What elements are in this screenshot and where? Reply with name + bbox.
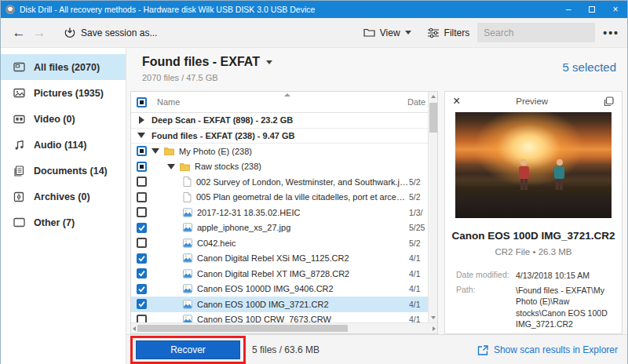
vertical-scrollbar[interactable] [428, 92, 437, 322]
sidebar-item-video[interactable]: Video (0) [1, 106, 126, 132]
file-date: 4/1 [409, 269, 428, 278]
file-row[interactable]: Deep Scan - EXFAT (898) - 23.2 GB [131, 113, 428, 129]
window-title: Disk Drill - All recovery methods - Hard… [20, 5, 557, 14]
maximize-button[interactable] [580, 1, 604, 18]
file-name: Found files - EXFAT (238) - 9.47 GB [152, 131, 295, 140]
row-checkbox[interactable] [137, 223, 147, 233]
close-button[interactable]: × [604, 1, 627, 18]
preview-close-button[interactable]: × [453, 95, 460, 107]
page-title: Found files - EXFAT [142, 55, 260, 69]
file-name: 002 Survey of London, Westminster, and S… [196, 177, 409, 187]
horizontal-scroll-thumb[interactable] [137, 325, 348, 332]
file-row[interactable]: Canon EOS 10D CRW_7673.CRW4/1 [131, 312, 428, 323]
sidebar-item-archives[interactable]: Archives (0) [1, 184, 126, 209]
forward-button: → [29, 25, 49, 41]
list-header: Name Date [131, 92, 437, 113]
file-row[interactable]: My Photo (E) (238) [131, 144, 428, 159]
search-input[interactable] [477, 23, 595, 42]
minimize-button[interactable]: – [557, 1, 580, 18]
row-checkbox[interactable] [137, 162, 147, 172]
recover-button[interactable]: Recover [136, 340, 240, 359]
row-checkbox[interactable] [137, 192, 147, 202]
row-checkbox[interactable] [137, 315, 147, 322]
more-menu-button[interactable]: ••• [603, 27, 619, 39]
row-checkbox[interactable] [137, 238, 147, 248]
scroll-right-icon[interactable] [433, 326, 436, 331]
file-date: 1/3/ [409, 208, 428, 217]
file-name: C042.heic [197, 238, 236, 248]
image-icon [183, 223, 192, 232]
view-dropdown[interactable]: View [363, 27, 411, 38]
row-checkbox[interactable] [137, 284, 147, 294]
file-name: Deep Scan - EXFAT (898) - 23.2 GB [152, 115, 293, 125]
file-row[interactable]: C042.heic5/2 [131, 235, 428, 251]
file-name: 005 Plan geometral de la ville citadelle… [196, 192, 409, 202]
column-header-name[interactable]: Name [157, 97, 180, 107]
file-date: 4/1 [409, 284, 428, 293]
photo-child-right [553, 159, 565, 190]
maximize-icon [589, 6, 595, 13]
expand-arrow-icon[interactable] [139, 116, 144, 124]
sidebar: All files (2070) Pictures (1935) Video (… [1, 48, 126, 364]
filters-label: Filters [444, 27, 470, 38]
open-preview-window-icon[interactable] [604, 96, 614, 107]
image-icon [183, 269, 192, 278]
sidebar-item-label: Video (0) [34, 114, 75, 125]
file-name: apple_iphone_xs_27.jpg [197, 223, 290, 232]
scroll-down-icon[interactable] [431, 316, 436, 319]
file-row[interactable]: Canon Digital Rebel XT IMG_8728.CR24/1 [131, 266, 428, 282]
file-row[interactable]: 005 Plan geometral de la ville citadelle… [131, 190, 428, 206]
sidebar-item-pictures[interactable]: Pictures (1935) [1, 80, 126, 106]
date-modified-label: Date modified: [456, 270, 516, 281]
chevron-down-icon [405, 31, 411, 35]
row-checkbox[interactable] [137, 207, 147, 217]
row-checkbox[interactable] [137, 146, 147, 156]
preview-file-name: Canon EOS 100D IMG_3721.CR2 [445, 230, 622, 242]
file-row[interactable]: Canon EOS 1000D IMG_9406.CR24/1 [131, 282, 428, 297]
file-name: My Photo (E) (238) [179, 147, 252, 156]
expand-arrow-icon[interactable] [137, 133, 145, 138]
row-checkbox[interactable] [137, 299, 147, 309]
show-in-explorer-link[interactable]: Show scan results in Explorer [477, 344, 618, 355]
horizontal-scrollbar[interactable] [131, 322, 437, 333]
sidebar-item-documents[interactable]: Documents (14) [1, 158, 126, 184]
file-name: Raw stocks (238) [195, 162, 261, 171]
app-icon [5, 5, 15, 14]
scan-session-dropdown[interactable]: Found files - EXFAT [142, 55, 627, 69]
file-row[interactable]: Canon EOS 100D IMG_3721.CR24/1 [131, 297, 428, 312]
expand-arrow-icon[interactable] [167, 164, 175, 169]
select-all-checkbox[interactable] [137, 97, 147, 107]
file-name: Canon EOS 1000D IMG_9406.CR2 [197, 284, 334, 293]
preview-title: Preview [460, 96, 604, 106]
all-files-icon [13, 61, 25, 74]
sidebar-item-other[interactable]: Other (7) [1, 209, 126, 235]
scroll-left-icon[interactable] [133, 326, 136, 331]
path-value: \Found files - EXFAT\My Photo (E)\Raw st… [516, 285, 611, 329]
sidebar-item-audio[interactable]: Audio (114) [1, 132, 126, 158]
row-checkbox[interactable] [137, 177, 147, 187]
file-row[interactable]: 002 Survey of London, Westminster, and S… [131, 174, 428, 190]
sidebar-item-all-files[interactable]: All files (2070) [1, 54, 126, 80]
row-checkbox[interactable] [137, 253, 147, 264]
back-button[interactable]: ← [9, 25, 29, 41]
column-header-date[interactable]: Date [407, 97, 428, 107]
show-in-explorer-label: Show scan results in Explorer [494, 344, 618, 355]
file-row[interactable]: Canon Digital Rebel XSi MG_1125.CR24/1 [131, 251, 428, 267]
image-icon [183, 238, 192, 248]
filters-button[interactable]: Filters [427, 27, 470, 38]
scroll-up-icon[interactable] [431, 95, 436, 98]
row-checkbox[interactable] [137, 268, 147, 278]
doc-icon [183, 177, 192, 187]
file-row[interactable]: apple_iphone_xs_27.jpg5/25 [131, 220, 428, 236]
vertical-scroll-thumb[interactable] [429, 103, 437, 133]
sidebar-item-label: Audio (114) [34, 140, 86, 151]
save-session-button[interactable]: Save session as... [64, 27, 157, 39]
view-label: View [380, 27, 400, 38]
file-row[interactable]: Found files - EXFAT (238) - 9.47 GB [131, 129, 428, 144]
folder-icon [164, 147, 174, 155]
expand-arrow-icon[interactable] [152, 148, 159, 154]
file-row[interactable]: Raw stocks (238) [131, 159, 428, 175]
video-icon [13, 113, 25, 126]
photo-child-left [518, 159, 530, 190]
file-row[interactable]: 2017-12-31 18.35.02.HEIC1/3/ [131, 205, 428, 220]
